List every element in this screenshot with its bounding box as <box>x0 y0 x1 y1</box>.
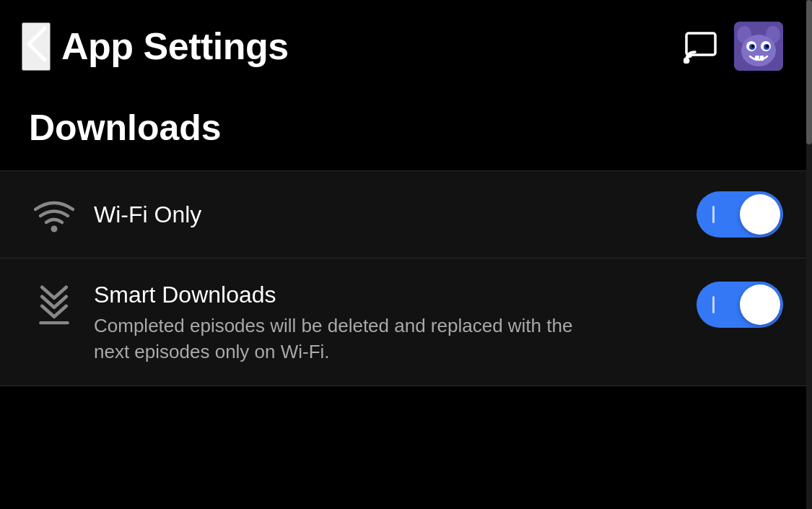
cast-button[interactable] <box>682 27 720 65</box>
page-title: App Settings <box>61 25 289 68</box>
wifi-icon-container <box>29 196 79 232</box>
toggle-knob <box>740 194 780 235</box>
scrollbar[interactable] <box>806 0 812 509</box>
section-title-downloads: Downloads <box>0 107 812 170</box>
wifi-only-content: Wi-Fi Only <box>79 201 682 228</box>
app-header: App Settings <box>0 0 812 92</box>
svg-rect-12 <box>755 56 759 61</box>
svg-point-14 <box>51 226 58 232</box>
scrollbar-thumb <box>806 0 812 144</box>
toggle-knob-2 <box>740 284 780 325</box>
smart-downloads-row: Smart Downloads Completed episodes will … <box>0 258 812 386</box>
toggle-line <box>712 206 715 223</box>
smart-downloads-sublabel: Completed episodes will be deleted and r… <box>94 313 585 365</box>
svg-point-10 <box>751 45 754 48</box>
smart-downloads-toggle[interactable] <box>697 282 783 328</box>
wifi-only-toggle[interactable] <box>697 191 783 238</box>
avatar[interactable] <box>734 22 783 71</box>
svg-point-1 <box>684 58 689 63</box>
wifi-icon <box>34 196 74 232</box>
wifi-only-label: Wi-Fi Only <box>94 201 668 228</box>
svg-point-5 <box>741 35 776 66</box>
svg-rect-13 <box>760 56 764 61</box>
smart-downloads-icon <box>34 284 74 325</box>
smart-downloads-label: Smart Downloads <box>94 282 668 308</box>
smart-downloads-toggle-container <box>697 282 783 328</box>
toggle-line-2 <box>712 296 715 313</box>
back-button[interactable] <box>22 22 51 71</box>
wifi-only-row: Wi-Fi Only <box>0 171 812 258</box>
smart-downloads-icon-container <box>29 282 79 325</box>
svg-point-11 <box>766 45 769 48</box>
header-left: App Settings <box>22 22 289 71</box>
header-right <box>682 22 783 71</box>
settings-list: Wi-Fi Only Smart Down <box>0 170 812 386</box>
downloads-section: Downloads Wi-Fi Only <box>0 92 812 386</box>
smart-downloads-content: Smart Downloads Completed episodes will … <box>79 282 682 365</box>
wifi-only-toggle-container <box>697 191 783 238</box>
